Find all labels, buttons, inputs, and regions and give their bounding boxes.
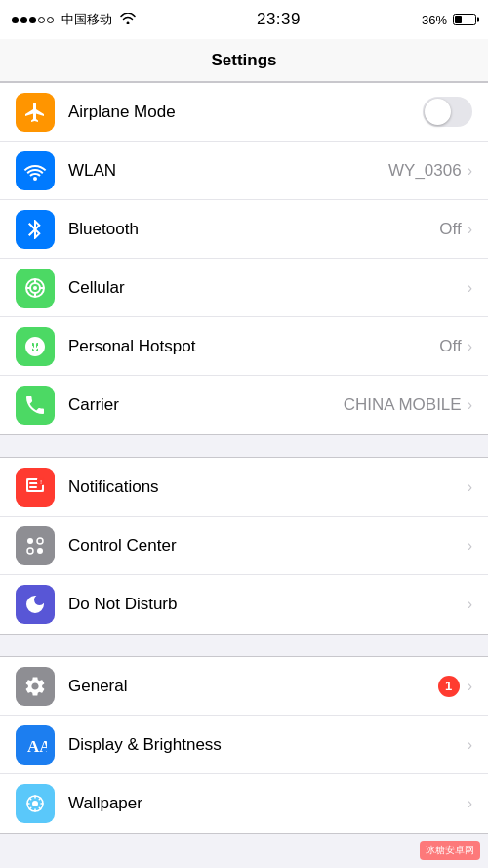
row-airplane-mode[interactable]: Airplane Mode [0, 83, 488, 142]
row-wlan[interactable]: WLAN WY_0306 › [0, 142, 488, 200]
bluetooth-icon-wrap [16, 210, 55, 249]
status-time: 23:39 [257, 10, 301, 29]
carrier-label: Carrier [68, 395, 344, 415]
notifications-label: Notifications [68, 477, 468, 497]
do-not-disturb-label: Do Not Disturb [68, 595, 468, 614]
signal-dots [12, 17, 54, 23]
cellular-label: Cellular [68, 278, 468, 298]
personal-hotspot-chevron: › [468, 338, 472, 355]
control-center-icon-wrap [16, 526, 55, 565]
signal-dot-3 [29, 17, 36, 23]
carrier-icon-wrap [16, 386, 55, 425]
wallpaper-chevron: › [468, 795, 472, 812]
control-center-icon [23, 534, 47, 558]
row-control-center[interactable]: Control Center › [0, 517, 488, 575]
general-chevron: › [468, 678, 472, 695]
row-carrier[interactable]: Carrier CHINA MOBILE › [0, 376, 488, 434]
svg-rect-13 [29, 486, 37, 488]
battery-fill [455, 16, 462, 23]
svg-point-6 [33, 286, 37, 290]
bluetooth-label: Bluetooth [68, 220, 439, 239]
carrier-chevron: › [468, 396, 472, 414]
svg-point-19 [27, 548, 33, 554]
airplane-mode-icon-wrap [16, 93, 55, 132]
signal-dot-4 [38, 17, 45, 23]
bluetooth-value: Off [439, 220, 461, 239]
display-icon: AA [23, 733, 47, 757]
notifications-chevron: › [468, 478, 472, 496]
section-system: General 1 › AA Display & Brightness › [0, 656, 488, 834]
row-notifications[interactable]: ! Notifications › [0, 458, 488, 517]
battery-percent: 36% [422, 13, 447, 27]
status-bar: 中国移动 23:39 36% [0, 0, 488, 39]
do-not-disturb-icon-wrap [16, 585, 55, 624]
row-personal-hotspot[interactable]: Personal Hotspot Off › [0, 317, 488, 376]
section-network: Airplane Mode WLAN WY_0306 › Blueto [0, 82, 488, 435]
row-bluetooth[interactable]: Bluetooth Off › [0, 200, 488, 259]
svg-point-8 [34, 348, 37, 351]
personal-hotspot-label: Personal Hotspot [68, 337, 439, 356]
status-right: 36% [422, 13, 476, 27]
display-brightness-chevron: › [468, 736, 472, 754]
signal-dot-5 [47, 17, 54, 23]
display-icon-wrap: AA [16, 725, 55, 765]
wlan-icon [23, 159, 47, 183]
svg-point-17 [27, 538, 33, 544]
row-display-brightness[interactable]: AA Display & Brightness › [0, 716, 488, 774]
wlan-icon-wrap [16, 151, 55, 190]
display-brightness-label: Display & Brightness [68, 735, 468, 755]
control-center-label: Control Center [68, 536, 468, 556]
bluetooth-icon [23, 218, 47, 241]
carrier-text: 中国移动 [61, 11, 112, 28]
svg-point-18 [37, 538, 43, 544]
wlan-chevron: › [468, 162, 472, 180]
gear-icon [23, 675, 47, 698]
cellular-icon [23, 276, 47, 300]
signal-dot-2 [20, 17, 27, 23]
cellular-chevron: › [468, 279, 472, 297]
general-badge: 1 [438, 676, 460, 697]
notifications-icon-wrap: ! [16, 468, 55, 507]
cellular-icon-wrap [16, 269, 55, 308]
section-notifications: ! Notifications › Control Center › [0, 457, 488, 635]
general-label: General [68, 677, 438, 696]
wallpaper-label: Wallpaper [68, 794, 468, 813]
row-cellular[interactable]: Cellular › [0, 259, 488, 317]
svg-point-20 [37, 548, 43, 554]
general-icon-wrap [16, 667, 55, 706]
settings-scroll[interactable]: Airplane Mode WLAN WY_0306 › Blueto [0, 82, 488, 868]
wlan-label: WLAN [68, 161, 388, 181]
personal-hotspot-value: Off [439, 337, 461, 356]
row-do-not-disturb[interactable]: Do Not Disturb › [0, 575, 488, 634]
hotspot-icon-wrap [16, 327, 55, 366]
row-wallpaper[interactable]: Wallpaper › [0, 774, 488, 833]
toggle-knob [425, 99, 451, 125]
carrier-value: CHINA MOBILE [344, 395, 462, 415]
airplane-icon [23, 101, 47, 124]
do-not-disturb-chevron: › [468, 596, 472, 613]
row-general[interactable]: General 1 › [0, 657, 488, 716]
wlan-value: WY_0306 [388, 161, 462, 181]
battery-icon [453, 14, 476, 25]
control-center-chevron: › [468, 537, 472, 555]
bluetooth-chevron: › [468, 221, 472, 238]
airplane-mode-label: Airplane Mode [68, 103, 423, 122]
svg-point-23 [32, 801, 38, 806]
signal-dot-1 [12, 17, 19, 23]
carrier-icon [23, 393, 47, 417]
notifications-icon: ! [23, 475, 47, 499]
wifi-status-icon [120, 12, 136, 27]
svg-text:AA: AA [27, 737, 47, 756]
status-left: 中国移动 [12, 11, 136, 28]
wallpaper-icon [23, 792, 47, 815]
wallpaper-icon-wrap [16, 784, 55, 823]
moon-icon [23, 593, 47, 616]
airplane-mode-toggle[interactable] [423, 97, 472, 127]
hotspot-icon [23, 335, 47, 358]
battery-body [453, 14, 476, 25]
nav-title: Settings [211, 51, 276, 70]
nav-bar: Settings [0, 39, 488, 82]
